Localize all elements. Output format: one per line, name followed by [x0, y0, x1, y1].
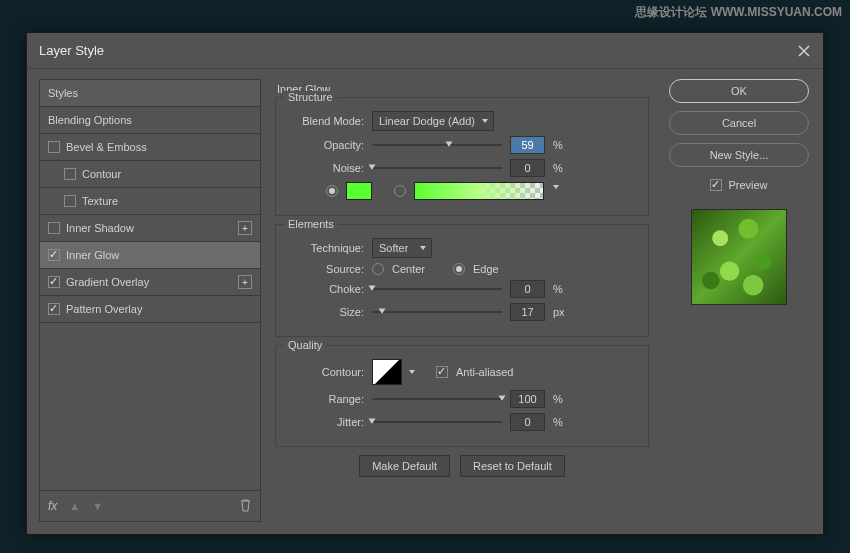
- new-style-button[interactable]: New Style...: [669, 143, 809, 167]
- technique-dropdown[interactable]: Softer: [372, 238, 432, 258]
- checkbox-texture[interactable]: [64, 195, 76, 207]
- choke-label: Choke:: [286, 283, 364, 295]
- add-gradient-overlay-icon[interactable]: +: [238, 275, 252, 289]
- opacity-unit: %: [553, 139, 571, 151]
- choke-unit: %: [553, 283, 571, 295]
- range-unit: %: [553, 393, 571, 405]
- contour-picker[interactable]: [372, 359, 402, 385]
- preview-label: Preview: [728, 179, 767, 191]
- close-icon: [797, 44, 811, 58]
- contour-label: Contour:: [286, 366, 364, 378]
- ok-button[interactable]: OK: [669, 79, 809, 103]
- source-edge-label: Edge: [473, 263, 499, 275]
- color-radio[interactable]: [326, 185, 338, 197]
- noise-label: Noise:: [286, 162, 364, 174]
- reset-default-button[interactable]: Reset to Default: [460, 455, 565, 477]
- source-center-radio[interactable]: [372, 263, 384, 275]
- styles-sidebar: Styles Blending Options Bevel & Emboss C…: [39, 79, 261, 522]
- make-default-button[interactable]: Make Default: [359, 455, 450, 477]
- sidebar-item-blending-options[interactable]: Blending Options: [40, 107, 260, 134]
- cancel-button[interactable]: Cancel: [669, 111, 809, 135]
- glow-color-swatch[interactable]: [346, 182, 372, 200]
- fx-menu-icon[interactable]: fx: [48, 499, 57, 513]
- noise-input[interactable]: 0: [510, 159, 545, 177]
- trash-icon[interactable]: [239, 498, 252, 514]
- range-label: Range:: [286, 393, 364, 405]
- opacity-label: Opacity:: [286, 139, 364, 151]
- noise-unit: %: [553, 162, 571, 174]
- add-inner-shadow-icon[interactable]: +: [238, 221, 252, 235]
- sidebar-item-contour[interactable]: Contour: [40, 161, 260, 188]
- jitter-slider[interactable]: [372, 415, 502, 429]
- checkbox-bevel[interactable]: [48, 141, 60, 153]
- structure-legend: Structure: [284, 91, 337, 103]
- choke-input[interactable]: 0: [510, 280, 545, 298]
- sidebar-item-gradient-overlay[interactable]: Gradient Overlay+: [40, 269, 260, 296]
- sidebar-item-bevel-emboss[interactable]: Bevel & Emboss: [40, 134, 260, 161]
- size-input[interactable]: 17: [510, 303, 545, 321]
- checkbox-pattern-overlay[interactable]: [48, 303, 60, 315]
- checkbox-contour[interactable]: [64, 168, 76, 180]
- settings-panel: Inner Glow Structure Blend Mode: Linear …: [273, 79, 655, 522]
- arrow-up-icon[interactable]: ▲: [69, 500, 80, 512]
- range-input[interactable]: 100: [510, 390, 545, 408]
- source-center-label: Center: [392, 263, 425, 275]
- preview-thumbnail: [691, 209, 787, 305]
- size-slider[interactable]: [372, 305, 502, 319]
- opacity-input[interactable]: 59: [510, 136, 545, 154]
- quality-group: Quality Contour: Anti-aliased Range: 100…: [275, 345, 649, 447]
- jitter-label: Jitter:: [286, 416, 364, 428]
- noise-slider[interactable]: [372, 161, 502, 175]
- size-unit: px: [553, 306, 571, 318]
- checkbox-inner-glow[interactable]: [48, 249, 60, 261]
- layer-style-dialog: Layer Style Styles Blending Options Beve…: [26, 32, 824, 535]
- blend-mode-label: Blend Mode:: [286, 115, 364, 127]
- technique-label: Technique:: [286, 242, 364, 254]
- titlebar: Layer Style: [27, 33, 823, 69]
- arrow-down-icon[interactable]: ▼: [92, 500, 103, 512]
- dialog-title: Layer Style: [39, 43, 104, 58]
- source-edge-radio[interactable]: [453, 263, 465, 275]
- sidebar-item-inner-shadow[interactable]: Inner Shadow+: [40, 215, 260, 242]
- close-button[interactable]: [797, 44, 811, 58]
- blend-mode-dropdown[interactable]: Linear Dodge (Add): [372, 111, 494, 131]
- source-label: Source:: [286, 263, 364, 275]
- checkbox-gradient-overlay[interactable]: [48, 276, 60, 288]
- choke-slider[interactable]: [372, 282, 502, 296]
- sidebar-item-texture[interactable]: Texture: [40, 188, 260, 215]
- size-label: Size:: [286, 306, 364, 318]
- jitter-input[interactable]: 0: [510, 413, 545, 431]
- checkbox-inner-shadow[interactable]: [48, 222, 60, 234]
- range-slider[interactable]: [372, 392, 502, 406]
- quality-legend: Quality: [284, 339, 326, 351]
- watermark-text: 思缘设计论坛 WWW.MISSYUAN.COM: [635, 4, 842, 21]
- structure-group: Structure Blend Mode: Linear Dodge (Add)…: [275, 97, 649, 216]
- sidebar-item-inner-glow[interactable]: Inner Glow: [40, 242, 260, 269]
- right-panel: OK Cancel New Style... Preview: [667, 79, 811, 522]
- preview-checkbox[interactable]: [710, 179, 722, 191]
- opacity-slider[interactable]: [372, 138, 502, 152]
- glow-gradient-swatch[interactable]: [414, 182, 544, 200]
- anti-aliased-label: Anti-aliased: [456, 366, 513, 378]
- sidebar-item-styles[interactable]: Styles: [40, 80, 260, 107]
- anti-aliased-checkbox[interactable]: [436, 366, 448, 378]
- gradient-radio[interactable]: [394, 185, 406, 197]
- jitter-unit: %: [553, 416, 571, 428]
- sidebar-item-pattern-overlay[interactable]: Pattern Overlay: [40, 296, 260, 323]
- elements-legend: Elements: [284, 218, 338, 230]
- sidebar-footer: fx ▲ ▼: [40, 491, 260, 521]
- elements-group: Elements Technique: Softer Source: Cente…: [275, 224, 649, 337]
